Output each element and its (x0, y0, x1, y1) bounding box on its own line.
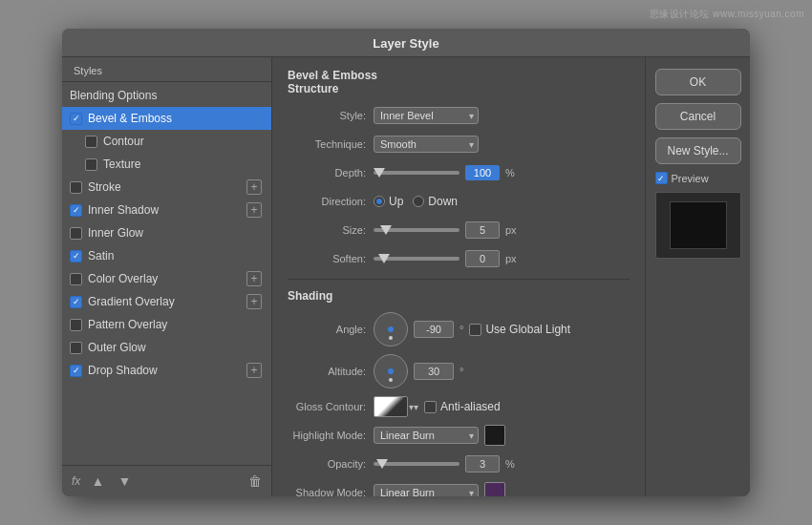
fx-down-btn[interactable]: ▼ (115, 472, 134, 491)
cancel-button[interactable]: Cancel (655, 103, 741, 130)
depth-control: % (374, 165, 630, 180)
technique-label: Technique: (288, 138, 374, 150)
effect-list: Blending Options Bevel & Emboss Contour … (62, 82, 271, 465)
altitude-row: Altitude: ° (288, 354, 630, 388)
direction-radio-group: Up Down (374, 195, 458, 208)
shadow-color-swatch[interactable] (484, 482, 505, 496)
checkbox-bevel-emboss[interactable] (70, 113, 82, 125)
highlight-opacity-slider[interactable] (374, 462, 459, 466)
highlight-opacity-row: Opacity: % (288, 453, 630, 474)
angle-dot (388, 326, 394, 332)
delete-effect-btn[interactable]: 🗑 (248, 473, 262, 489)
preview-label-row: Preview (655, 172, 741, 184)
sidebar-item-satin[interactable]: Satin (62, 244, 271, 267)
depth-slider[interactable] (374, 171, 459, 175)
direction-down-radio[interactable]: Down (413, 195, 458, 208)
plus-btn-stroke[interactable]: + (246, 179, 262, 195)
soften-slider[interactable] (374, 257, 459, 261)
plus-btn-inner-shadow[interactable]: + (246, 202, 262, 218)
checkbox-color-overlay[interactable] (70, 273, 82, 285)
checkbox-stroke[interactable] (70, 181, 82, 194)
fx-up-btn[interactable]: ▲ (88, 472, 107, 491)
checkbox-contour[interactable] (85, 136, 97, 148)
size-input[interactable] (465, 221, 500, 239)
preview-checkbox[interactable]: Preview (655, 172, 709, 184)
left-panel: Styles Blending Options Bevel & Emboss C… (62, 57, 272, 496)
plus-btn-color-overlay[interactable]: + (246, 271, 262, 286)
technique-control: Smooth Chisel Hard Chisel Soft (374, 136, 630, 153)
highlight-color-swatch[interactable] (484, 425, 505, 446)
technique-select[interactable]: Smooth Chisel Hard Chisel Soft (374, 136, 479, 153)
gloss-contour-control: ▾ Anti-aliased (374, 396, 630, 417)
angle-circle[interactable] (374, 312, 408, 346)
right-panel: OK Cancel New Style... Preview (645, 57, 750, 496)
style-select[interactable]: Inner Bevel Outer Bevel Emboss (374, 107, 479, 124)
checkbox-pattern-overlay[interactable] (70, 319, 82, 331)
anti-aliased-label: Anti-aliased (440, 400, 501, 413)
sidebar-item-inner-shadow[interactable]: Inner Shadow + (62, 199, 271, 221)
direction-up-label: Up (389, 195, 403, 208)
checkbox-drop-shadow[interactable] (70, 365, 82, 377)
angle-handle (389, 336, 393, 340)
preview-inner (670, 201, 727, 249)
highlight-opacity-input[interactable] (465, 455, 500, 472)
size-slider[interactable] (374, 228, 459, 232)
section-shading-title: Shading (288, 289, 630, 303)
highlight-opacity-thumb (376, 459, 388, 469)
sidebar-item-color-overlay[interactable]: Color Overlay + (62, 267, 271, 290)
highlight-mode-label: Highlight Mode: (288, 430, 374, 441)
size-label: Size: (288, 224, 374, 236)
altitude-circle[interactable] (374, 354, 408, 388)
checkbox-inner-glow[interactable] (70, 227, 82, 240)
altitude-input[interactable] (414, 363, 454, 380)
shadow-mode-select[interactable]: Linear Burn Normal Multiply (374, 484, 479, 496)
global-light-label: Use Global Light (485, 323, 570, 336)
sidebar-item-gradient-overlay[interactable]: Gradient Overlay + (62, 290, 271, 313)
style-control: Inner Bevel Outer Bevel Emboss (374, 107, 630, 124)
highlight-opacity-control: % (374, 455, 630, 472)
new-style-button[interactable]: New Style... (655, 137, 741, 164)
soften-label: Soften: (288, 253, 374, 264)
angle-control: ° Use Global Light (374, 312, 630, 346)
sidebar-item-texture[interactable]: Texture (62, 153, 271, 176)
fx-bar: fx ▲ ▼ 🗑 (62, 465, 271, 496)
angle-input[interactable] (414, 321, 454, 338)
gloss-contour-preview[interactable] (374, 396, 408, 417)
checkbox-texture[interactable] (85, 158, 97, 171)
checkbox-outer-glow[interactable] (70, 342, 82, 354)
plus-btn-gradient-overlay[interactable]: + (246, 294, 262, 309)
sidebar-item-pattern-overlay[interactable]: Pattern Overlay (62, 313, 271, 336)
altitude-unit: ° (459, 366, 463, 377)
plus-btn-drop-shadow[interactable]: + (246, 363, 262, 378)
gloss-contour-arrow: ▾ (414, 400, 418, 413)
sidebar-item-blending-options[interactable]: Blending Options (62, 84, 271, 107)
use-global-light-checkbox[interactable]: Use Global Light (469, 323, 570, 336)
layer-style-dialog: Layer Style Styles Blending Options Beve… (62, 29, 750, 496)
sidebar-item-contour[interactable]: Contour (62, 130, 271, 153)
sidebar-item-inner-glow[interactable]: Inner Glow (62, 221, 271, 244)
highlight-mode-wrapper: Linear Burn Normal Multiply (374, 427, 479, 444)
depth-input[interactable] (465, 165, 500, 180)
sidebar-item-drop-shadow[interactable]: Drop Shadow + (62, 359, 271, 382)
checkbox-gradient-overlay[interactable] (70, 296, 82, 308)
preview-box (655, 192, 741, 259)
direction-up-radio[interactable]: Up (374, 195, 403, 208)
direction-control: Up Down (374, 195, 630, 208)
soften-row: Soften: px (288, 248, 630, 269)
shadow-mode-row: Shadow Mode: Linear Burn Normal Multiply (288, 482, 630, 496)
highlight-mode-select[interactable]: Linear Burn Normal Multiply (374, 427, 479, 444)
ok-button[interactable]: OK (655, 69, 741, 95)
gloss-dropdown-arrow[interactable]: ▾ (414, 402, 418, 412)
checkbox-satin[interactable] (70, 250, 82, 262)
highlight-mode-control: Linear Burn Normal Multiply (374, 425, 630, 446)
style-row: Style: Inner Bevel Outer Bevel Emboss (288, 105, 630, 126)
radio-down-dot (413, 196, 424, 207)
soften-input[interactable] (465, 250, 500, 267)
checkbox-inner-shadow[interactable] (70, 204, 82, 217)
sidebar-item-stroke[interactable]: Stroke + (62, 176, 271, 199)
sidebar-item-outer-glow[interactable]: Outer Glow (62, 336, 271, 359)
altitude-dot (388, 368, 394, 374)
angle-label: Angle: (288, 324, 374, 335)
sidebar-item-bevel-emboss[interactable]: Bevel & Emboss (62, 107, 271, 130)
anti-aliased-checkbox[interactable]: Anti-aliased (424, 400, 501, 413)
